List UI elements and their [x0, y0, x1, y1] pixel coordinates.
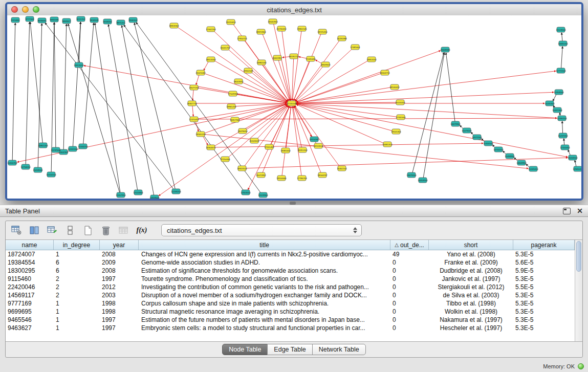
graph-node[interactable]: 14744204 [493, 147, 504, 152]
edit-table-icon[interactable] [46, 224, 59, 237]
window-close-button[interactable] [11, 6, 18, 13]
graph-node[interactable]: 18709114 [314, 143, 323, 148]
graph-node[interactable]: 19381654 [280, 148, 291, 153]
table-row[interactable]: 946554611997Estimation of the future num… [6, 316, 575, 324]
graph-node[interactable]: 15245014 [528, 166, 538, 171]
window-titlebar[interactable]: citations_edges.txt [7, 4, 581, 16]
graph-node[interactable]: 19853204 [366, 57, 377, 62]
graph-node[interactable]: 13679204 [406, 172, 417, 178]
graph-node[interactable]: 17062204 [206, 27, 216, 32]
graph-node[interactable]: 17509354 [228, 91, 238, 96]
graph-node[interactable]: 19609624 [320, 62, 331, 67]
show-columns-icon[interactable] [28, 224, 41, 237]
graph-node[interactable]: 16462104 [337, 166, 347, 171]
graph-node[interactable]: 10224154 [46, 172, 56, 177]
network-canvas[interactable]: 1724004616291998187252541986154520730054… [7, 15, 581, 199]
graph-node[interactable]: 16817904 [230, 117, 240, 122]
graph-node[interactable]: 12945014 [573, 166, 581, 171]
graph-node[interactable]: 18478054 [237, 128, 248, 134]
graph-node[interactable]: 10200704 [7, 160, 17, 165]
graph-node[interactable]: 20143014 [249, 138, 259, 143]
graph-node[interactable]: 9777169 [26, 16, 34, 21]
graph-node[interactable]: 11059504 [33, 167, 43, 172]
graph-node[interactable]: 19302047 [243, 68, 253, 73]
graph-node[interactable]: 14572504 [472, 135, 482, 140]
graph-node[interactable]: 12239254 [171, 189, 181, 194]
window-zoom-button[interactable] [33, 6, 39, 13]
graph-node[interactable]: 16291998 [337, 36, 347, 41]
graph-node[interactable]: 15498904 [505, 154, 515, 159]
graph-node[interactable]: 10592204 [68, 146, 78, 151]
column-header-pagerank[interactable]: pagerank [513, 240, 575, 250]
graph-node[interactable]: 20016054 [395, 100, 405, 105]
graph-node[interactable]: 20613024 [74, 62, 84, 68]
graph-node[interactable]: 17470457 [189, 117, 199, 122]
table-mode-icon[interactable] [10, 224, 23, 237]
table-scrollbar[interactable] [575, 240, 582, 341]
graph-node[interactable]: 19220654 [226, 19, 236, 25]
table-scrollbar-thumb[interactable] [576, 241, 581, 272]
graph-node[interactable]: 9465546 [50, 17, 59, 22]
graph-node[interactable]: 9058334 [103, 19, 112, 24]
graph-node[interactable]: 18195714 [289, 54, 299, 59]
graph-node[interactable]: 19965254 [226, 104, 236, 109]
graph-node[interactable]: 18106424 [389, 84, 400, 90]
graph-node[interactable]: 11306254 [78, 144, 88, 149]
graph-node[interactable]: 14679904 [450, 121, 461, 126]
table-row[interactable]: 1938455462009Genome-wide association stu… [6, 258, 575, 267]
graph-node[interactable]: 20072852 [256, 172, 266, 178]
close-panel-icon[interactable]: ✕ [577, 207, 583, 214]
graph-node[interactable]: 19565254 [195, 132, 206, 137]
graph-node[interactable]: 17786709 [297, 176, 307, 181]
graph-node[interactable]: 19154345 [309, 137, 319, 142]
table-row[interactable]: 2242004622012Investigating the contribut… [6, 283, 575, 291]
graph-node[interactable]: 15518504 [556, 27, 566, 32]
graph-node[interactable]: 17485604 [350, 45, 360, 50]
table-row[interactable]: 946362711997Embryonic stem cells: a mode… [6, 324, 575, 332]
graph-node[interactable]: 9699695 [38, 18, 47, 23]
graph-node[interactable]: 14685204 [558, 41, 568, 46]
delete-column-icon[interactable] [99, 224, 113, 237]
graph-node[interactable]: 10861204 [38, 143, 48, 148]
graph-node[interactable]: 17954723 [237, 36, 247, 41]
graph-node[interactable]: 9463627 [62, 18, 71, 24]
graph-node[interactable]: 10734054 [20, 164, 31, 169]
graph-node[interactable]: 16885914 [382, 142, 393, 147]
graph-node[interactable]: 18003632 [233, 79, 244, 84]
graph-node[interactable]: 17254434 [220, 157, 230, 162]
window-minimize-button[interactable] [22, 6, 29, 13]
graph-node[interactable]: 18725254 [317, 29, 328, 34]
graph-node[interactable]: 9306104 [129, 17, 138, 23]
graph-node[interactable]: 19448694 [440, 47, 450, 52]
graph-node[interactable]: 15637404 [552, 107, 562, 113]
graph-node[interactable]: 12924504 [241, 190, 251, 195]
table-row[interactable]: 977716911998Corpus callosum shape and si… [6, 299, 575, 308]
graph-node[interactable]: 12772104 [556, 68, 566, 73]
graph-node[interactable]: 18818304 [169, 23, 179, 28]
graph-node[interactable]: 15237054 [558, 133, 568, 138]
graph-node[interactable]: 20730054 [276, 26, 287, 31]
graph-node[interactable]: 20622857 [272, 55, 282, 60]
table-selector-dropdown[interactable]: citations_edges.txt [161, 224, 362, 236]
column-header-name[interactable]: name [6, 240, 54, 250]
column-header-short[interactable]: short [429, 240, 513, 250]
table-row[interactable]: 911546021997Tourette syndrome. Phenomeno… [6, 275, 575, 283]
graph-node[interactable]: 18367779 [187, 101, 197, 106]
graph-node[interactable]: 18972804 [256, 29, 266, 34]
graph-node[interactable]: 19104446 [276, 176, 287, 181]
new-column-icon[interactable] [81, 224, 95, 237]
graph-node[interactable]: 12080104 [557, 116, 567, 121]
graph-node[interactable]: 16034504 [568, 155, 578, 160]
graph-node[interactable]: 9115460 [11, 17, 20, 23]
graph-node[interactable]: 15079204 [462, 128, 472, 133]
graph-node[interactable]: 9871201 [117, 20, 125, 25]
column-header-title[interactable]: title [139, 240, 390, 250]
graph-node[interactable]: 19077254 [189, 85, 199, 90]
graph-node[interactable]: 9215702 [77, 16, 85, 21]
graph-node[interactable]: 14245304 [545, 101, 555, 106]
graph-node[interactable]: 17332404 [396, 115, 406, 120]
graph-node[interactable]: 11237004 [51, 147, 61, 152]
graph-node[interactable]: 15316504 [483, 141, 493, 146]
graph-node[interactable]: 18614004 [206, 57, 216, 62]
tab-edge-table[interactable]: Edge Table [267, 344, 312, 355]
